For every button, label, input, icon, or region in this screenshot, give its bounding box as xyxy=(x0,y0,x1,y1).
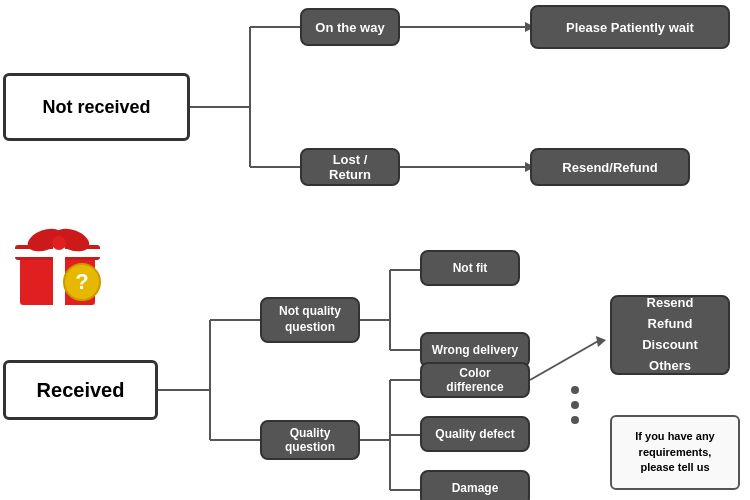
svg-rect-29 xyxy=(15,249,100,257)
damage-box: Damage xyxy=(420,470,530,500)
diagram: Not received On the way Please Patiently… xyxy=(0,0,750,500)
resend-refund-right-box: ResendRefundDiscountOthers xyxy=(610,295,730,375)
not-received-box: Not received xyxy=(3,73,190,141)
gift-icon: ? xyxy=(10,210,110,310)
not-fit-box: Not fit xyxy=(420,250,520,286)
not-quality-box: Not qualityquestion xyxy=(260,297,360,343)
please-wait-box: Please Patiently wait xyxy=(530,5,730,49)
svg-point-23 xyxy=(571,386,579,394)
svg-point-24 xyxy=(571,401,579,409)
quality-defect-box: Quality defect xyxy=(420,416,530,452)
svg-line-21 xyxy=(530,340,600,380)
requirements-box: If you have anyrequirements,please tell … xyxy=(610,415,740,490)
resend-refund-top-box: Resend/Refund xyxy=(530,148,690,186)
quality-question-box: Quality question xyxy=(260,420,360,460)
lost-return-box: Lost / Return xyxy=(300,148,400,186)
color-diff-box: Color difference xyxy=(420,362,530,398)
on-the-way-box: On the way xyxy=(300,8,400,46)
received-box: Received xyxy=(3,360,158,420)
svg-point-32 xyxy=(52,236,66,250)
svg-point-25 xyxy=(571,416,579,424)
svg-text:?: ? xyxy=(75,269,88,294)
svg-marker-22 xyxy=(596,336,606,347)
